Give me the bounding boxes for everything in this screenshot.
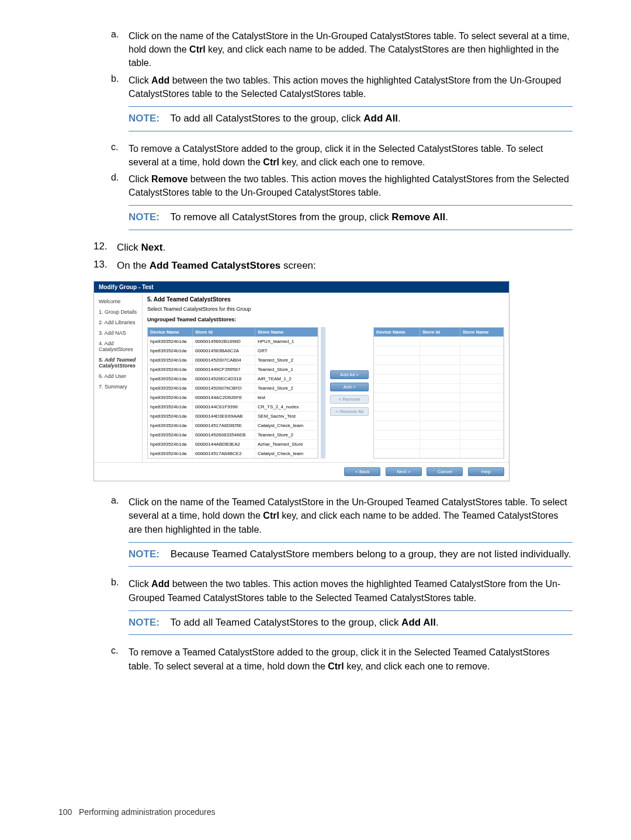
text: between the two tables. This action move… (129, 174, 569, 197)
cell (460, 449, 504, 458)
table-row[interactable] (374, 439, 504, 449)
table-row[interactable]: hpe8393524b1da0000014526EC4D318AIR_TEAM_… (148, 374, 318, 383)
table-row[interactable]: hpe8393524b1da0000014583BA6C2AGRT (148, 346, 318, 355)
cell (460, 346, 504, 355)
remove-all-button[interactable]: < Remove All (330, 407, 369, 416)
step-marker: c. (111, 645, 129, 672)
table-row[interactable]: hpe8393524b1da000001452007CAB04Teamed_St… (148, 355, 318, 365)
cell (460, 393, 504, 402)
table-row[interactable]: hpe8393524b1da00000145892B1896DHPUX_team… (148, 336, 318, 346)
cell (374, 449, 420, 458)
step-b-add-teamed: b. Click Add between the two tables. Thi… (111, 577, 573, 604)
cell (420, 412, 460, 421)
wizard-nav-item[interactable]: 7. Summary (94, 381, 142, 392)
help-button[interactable]: Help (468, 467, 504, 476)
ungrouped-table[interactable]: Device Name Store Id Store Name hpe83935… (147, 327, 318, 459)
table-row[interactable]: hpe8393524b1da0000014517A84BCE2Catalyst_… (148, 449, 318, 458)
col-device-name[interactable]: Device Name (148, 328, 193, 336)
wizard-nav-item[interactable]: 2. Add Libraries (94, 317, 142, 328)
wizard-nav-item[interactable]: Welcome (94, 296, 142, 307)
wizard-nav-item[interactable]: 4. Add CatalystStores (94, 338, 142, 355)
note-text: To remove all CatalystStores from the gr… (170, 211, 391, 223)
table-row[interactable]: hpe8393524b1da00000144AC2D626FEtest (148, 393, 318, 402)
step-marker: b. (111, 577, 129, 604)
step-marker: a. (111, 495, 129, 536)
table-row[interactable]: hpe8393524b1da00000145260833546EBTeamed_… (148, 430, 318, 439)
table-row[interactable]: hpe8393524b1da00000144D3EE69AABSEM_Sachi… (148, 411, 318, 421)
table-row[interactable]: hpe8393524b1da00000144ABDB3EA2Azhar_Team… (148, 439, 318, 449)
table-row[interactable] (374, 402, 504, 411)
note-text: . (445, 211, 448, 223)
add-button[interactable]: Add > (330, 383, 369, 391)
cell: hpe8393524b1da (148, 449, 193, 458)
table-row[interactable] (374, 393, 504, 402)
col-device-name[interactable]: Device Name (374, 328, 420, 336)
selected-table[interactable]: Device Name Store Id Store Name (373, 327, 504, 459)
step-a-teamed: a. Click on the name of the Teamed Catal… (111, 495, 573, 536)
step-d-remove: d. Click Remove between the two tables. … (111, 172, 573, 199)
table-row[interactable] (374, 383, 504, 393)
cell: Catalyst_Check_team (255, 421, 318, 430)
wizard-nav-item[interactable]: 6. Add User (94, 371, 142, 381)
col-store-id[interactable]: Store Id (193, 328, 255, 336)
cell (420, 356, 460, 365)
ctrl-key: Ctrl (263, 511, 279, 520)
table-row[interactable] (374, 346, 504, 355)
wizard-nav-item[interactable]: 5. Add Teamed CatalystStores (94, 355, 142, 371)
table-row[interactable] (374, 449, 504, 458)
col-store-name[interactable]: Store Name (255, 328, 318, 336)
cancel-button[interactable]: Cancel (427, 467, 463, 476)
wizard-footer: < Back Next > Cancel Help (94, 462, 509, 481)
table-row[interactable]: hpe8393524b1da00000144C61F9396CR_TS_2_4_… (148, 402, 318, 411)
table-row[interactable]: hpe8393524b1da0000014517A8D8D5ECatalyst_… (148, 421, 318, 430)
add-label: Add (151, 75, 169, 85)
cell: 00000144C61F9396 (193, 402, 255, 411)
table-row[interactable]: hpe8393524b1da0000014526076CBFDTeamed_St… (148, 383, 318, 393)
next-button[interactable]: Next > (386, 467, 422, 476)
cell: hpe8393524b1da (148, 365, 193, 374)
cell: 0000014517A8D8D5E (193, 421, 255, 430)
step-marker: a. (111, 29, 129, 70)
table-row[interactable] (374, 421, 504, 430)
wizard-nav-item[interactable]: 3. Add NAS (94, 328, 142, 338)
remove-button[interactable]: < Remove (330, 395, 369, 404)
cell (420, 346, 460, 355)
cell (460, 440, 504, 449)
add-all-label: Add All (401, 617, 436, 628)
col-store-id[interactable]: Store Id (420, 328, 460, 336)
text: Click (117, 242, 141, 253)
step-c-remove-one: c. To remove a CatalystStore added to th… (111, 142, 573, 169)
cell (374, 374, 420, 383)
cell: hpe8393524b1da (148, 412, 193, 421)
back-button[interactable]: < Back (344, 467, 380, 476)
page-number: 100 (58, 807, 72, 817)
col-store-name[interactable]: Store Name (460, 328, 504, 336)
cell: SEM_Sachiv_Test (255, 412, 318, 421)
table-row[interactable] (374, 430, 504, 439)
note-text: . (398, 113, 401, 124)
ctrl-key: Ctrl (263, 157, 279, 167)
table-row[interactable] (374, 374, 504, 383)
cell: 0000014583BA6C2A (193, 346, 255, 355)
ctrl-key: Ctrl (328, 661, 344, 671)
text: Click (129, 174, 151, 184)
remove-label: Remove (151, 174, 188, 184)
step-marker: c. (111, 142, 129, 169)
step-c-remove-teamed: c. To remove a Teamed CatalystStore adde… (111, 645, 573, 672)
text: key, and click each one to remove. (279, 157, 425, 167)
table-row[interactable] (374, 365, 504, 374)
cell: 00000145892B1896D (193, 337, 255, 346)
wizard-nav-item[interactable]: 1. Group Details (94, 307, 142, 317)
cell: hpe8393524b1da (148, 346, 193, 355)
transfer-buttons: Add All > Add > < Remove < Remove All (328, 327, 371, 459)
text: On the (117, 260, 150, 271)
add-all-button[interactable]: Add All > (330, 370, 369, 379)
scrollbar[interactable] (321, 327, 325, 459)
table-row[interactable] (374, 336, 504, 346)
table-row[interactable] (374, 355, 504, 365)
cell: hpe8393524b1da (148, 402, 193, 411)
table-row[interactable]: hpe8393524b1da000001449CF359567Teamed_St… (148, 365, 318, 374)
note-label: NOTE: (129, 617, 160, 628)
wizard-ungrouped-label: Ungrouped Teamed CatalystStores: (147, 317, 504, 322)
table-row[interactable] (374, 411, 504, 421)
